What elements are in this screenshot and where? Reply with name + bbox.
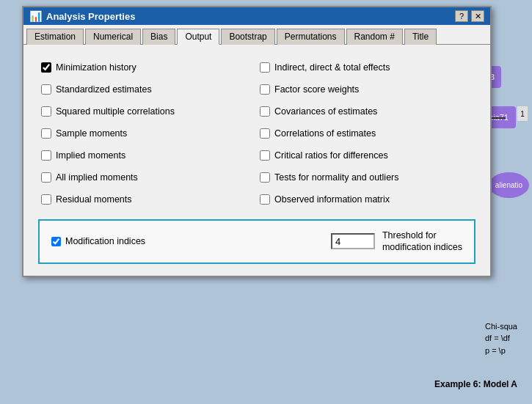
checkbox-row-covar: Covariances of estimates: [257, 100, 475, 122]
modification-indices-section: Modification indices Threshold for modif…: [38, 219, 475, 264]
impl-mom-label[interactable]: Implied moments: [56, 150, 125, 161]
tab-output[interactable]: Output: [177, 29, 219, 45]
analysis-properties-dialog: 📊 Analysis Properties ? ✕ Estimation Num…: [22, 6, 492, 277]
checkbox-row-obs-info: Observed information matrix: [257, 188, 475, 210]
min-hist-checkbox[interactable]: [41, 62, 51, 73]
tab-random[interactable]: Random #: [346, 29, 403, 45]
checkbox-row-tests-norm: Tests for normality and outliers: [257, 166, 475, 188]
title-bar: 📊 Analysis Properties ? ✕: [23, 7, 490, 25]
checkbox-row-crit-rat: Critical ratios for differences: [257, 144, 475, 166]
tab-bar: Estimation Numerical Bias Output Bootstr…: [23, 25, 490, 45]
modification-indices-label[interactable]: Modification indices: [65, 236, 145, 246]
sq-mult-label[interactable]: Squared multiple correlations: [56, 106, 175, 117]
tab-bootstrap[interactable]: Bootstrap: [221, 29, 274, 45]
tests-norm-label[interactable]: Tests for normality and outliers: [274, 172, 399, 183]
obs-info-checkbox[interactable]: [260, 194, 270, 205]
resid-mom-checkbox[interactable]: [41, 194, 51, 205]
example-label: Example 6: Model A: [434, 379, 517, 389]
checkbox-row-samp-mom: Sample moments: [38, 122, 257, 144]
min-hist-label[interactable]: Minimization history: [56, 62, 136, 73]
tab-permutations[interactable]: Permutations: [277, 29, 345, 45]
checkbox-row-std-est: Standardized estimates: [38, 78, 257, 100]
corr-est-checkbox[interactable]: [260, 128, 270, 139]
sq-mult-checkbox[interactable]: [41, 106, 51, 117]
dialog-icon: 📊: [29, 10, 42, 22]
modification-indices-checkbox[interactable]: [51, 237, 61, 246]
indir-dir-label[interactable]: Indirect, direct & total effects: [274, 62, 390, 73]
tab-bias[interactable]: Bias: [142, 29, 175, 45]
mod-right: Threshold for modification indices: [331, 229, 462, 254]
help-button[interactable]: ?: [455, 10, 468, 22]
checkbox-row-impl-mom: Implied moments: [38, 144, 257, 166]
checkbox-row-min-hist: Minimization history: [38, 56, 257, 78]
corr-est-label[interactable]: Correlations of estimates: [274, 128, 376, 139]
impl-mom-checkbox[interactable]: [41, 150, 51, 161]
all-impl-label[interactable]: All implied moments: [56, 172, 138, 183]
indir-dir-checkbox[interactable]: [260, 62, 270, 73]
resid-mom-label[interactable]: Residual moments: [56, 194, 132, 205]
all-impl-checkbox[interactable]: [41, 172, 51, 183]
crit-rat-checkbox[interactable]: [260, 150, 270, 161]
tab-title[interactable]: Title: [404, 29, 437, 45]
checkbox-row-factor: Factor score weights: [257, 78, 475, 100]
dialog-title: Analysis Properties: [46, 11, 135, 22]
tab-estimation[interactable]: Estimation: [26, 29, 84, 45]
threshold-label: Threshold for modification indices: [382, 229, 462, 254]
checkbox-grid: Minimization history Indirect, direct & …: [38, 56, 475, 210]
tab-numerical[interactable]: Numerical: [85, 29, 141, 45]
crit-rat-label[interactable]: Critical ratios for differences: [274, 150, 388, 161]
close-button[interactable]: ✕: [471, 10, 484, 22]
tests-norm-checkbox[interactable]: [260, 172, 270, 183]
obs-info-label[interactable]: Observed information matrix: [274, 194, 390, 205]
std-est-label[interactable]: Standardized estimates: [56, 84, 152, 95]
checkbox-row-sq-mult: Squared multiple correlations: [38, 100, 257, 122]
mod-left: Modification indices: [51, 236, 145, 246]
checkbox-row-resid-mom: Residual moments: [38, 188, 257, 210]
checkbox-row-all-impl: All implied moments: [38, 166, 257, 188]
factor-sc-label[interactable]: Factor score weights: [274, 84, 359, 95]
threshold-input[interactable]: [331, 233, 375, 249]
std-est-checkbox[interactable]: [41, 84, 51, 95]
factor-sc-checkbox[interactable]: [260, 84, 270, 95]
covar-est-checkbox[interactable]: [260, 106, 270, 117]
checkbox-row-corr: Correlations of estimates: [257, 122, 475, 144]
covar-est-label[interactable]: Covariances of estimates: [274, 106, 377, 117]
samp-mom-label[interactable]: Sample moments: [56, 128, 127, 139]
samp-mom-checkbox[interactable]: [41, 128, 51, 139]
checkbox-row-indir: Indirect, direct & total effects: [257, 56, 475, 78]
content-area: Minimization history Indirect, direct & …: [23, 45, 490, 276]
chi-square-info: Chi-squa df = \df p = \p: [485, 320, 517, 357]
